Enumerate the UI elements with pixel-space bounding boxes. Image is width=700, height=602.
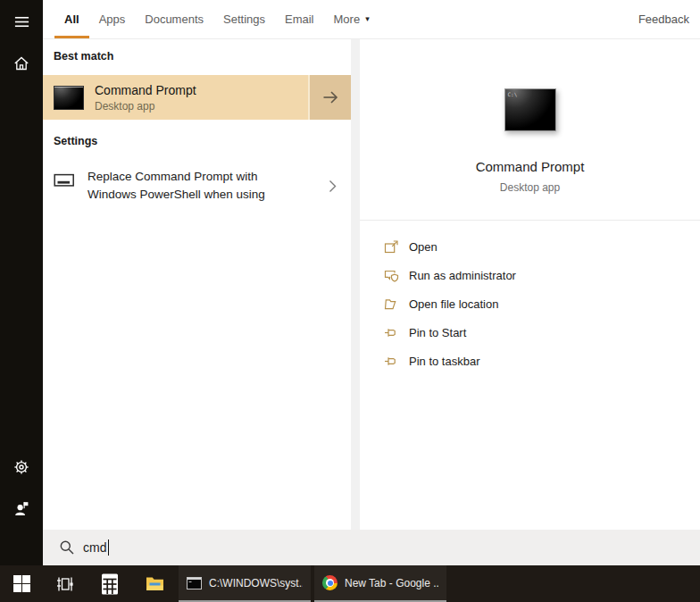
best-match-text: Command Prompt Desktop app (95, 83, 196, 113)
details-panel: C:\ Command Prompt Desktop app Open Run … (360, 39, 700, 530)
best-match-result[interactable]: Command Prompt Desktop app (43, 75, 351, 120)
tab-documents[interactable]: Documents (135, 0, 213, 38)
tab-settings[interactable]: Settings (213, 0, 275, 38)
filter-tabs: All Apps Documents Settings Email More▾ (43, 0, 379, 38)
tab-all[interactable]: All (54, 0, 89, 38)
feedback-label: Feedback (638, 13, 689, 26)
text-cursor (108, 539, 109, 556)
action-run-as-admin-label: Run as administrator (409, 269, 516, 282)
details-divider (360, 220, 700, 221)
calculator-button[interactable] (88, 565, 132, 602)
pin-icon (384, 354, 399, 369)
best-match-title: Command Prompt (95, 83, 196, 97)
cmd-window-icon (187, 577, 202, 589)
task-view-icon (55, 574, 75, 594)
tab-more-label: More (334, 13, 361, 26)
action-pin-to-taskbar[interactable]: Pin to taskbar (360, 347, 700, 375)
best-match-header: Best match (54, 50, 113, 63)
gear-icon (12, 458, 30, 476)
action-open-file-location-label: Open file location (409, 297, 498, 311)
details-title: Command Prompt (360, 159, 700, 174)
open-icon (384, 239, 399, 255)
taskbar-window-chrome-label: New Tab - Google ... (345, 577, 438, 589)
action-open-label: Open (409, 240, 438, 254)
chevron-right-icon (329, 180, 337, 193)
menu-button[interactable] (0, 0, 43, 43)
action-open[interactable]: Open (360, 232, 700, 261)
command-prompt-large-icon: C:\ (504, 88, 556, 131)
tab-documents-label: Documents (145, 13, 204, 26)
file-explorer-button[interactable] (132, 565, 177, 602)
taskbar-window-cmd-label: C:\WINDOWS\syst... (209, 577, 303, 589)
start-button[interactable] (0, 565, 43, 602)
hamburger-icon (13, 13, 30, 30)
tab-email[interactable]: Email (275, 0, 324, 38)
panel-divider (351, 39, 360, 530)
task-view-button[interactable] (43, 565, 88, 602)
action-pin-to-start[interactable]: Pin to Start (360, 318, 700, 347)
windows-logo-icon (13, 575, 30, 592)
details-subtitle: Desktop app (360, 181, 700, 194)
search-query-text: cmd (83, 540, 106, 555)
taskbar-window-cmd[interactable]: C:\WINDOWS\syst... (179, 565, 311, 602)
action-run-as-admin[interactable]: Run as administrator (360, 261, 700, 289)
tab-more[interactable]: More▾ (324, 0, 379, 38)
search-icon (59, 539, 75, 556)
settings-result-item[interactable]: Replace Command Prompt with Windows Powe… (43, 163, 351, 209)
user-flag-icon (12, 500, 30, 518)
settings-button[interactable] (0, 446, 43, 489)
arrow-right-icon (321, 88, 340, 107)
results-panel: Best match Command Prompt Desktop app Se… (43, 39, 351, 530)
filter-tabbar: All Apps Documents Settings Email More▾ … (43, 0, 700, 39)
chrome-core (328, 581, 333, 586)
action-list: Open Run as administrator Open file loca… (360, 232, 700, 375)
tab-apps-label: Apps (99, 13, 126, 26)
pin-icon (384, 325, 399, 340)
action-pin-to-taskbar-label: Pin to taskbar (409, 355, 480, 368)
console-window-icon (54, 172, 75, 188)
account-button[interactable] (0, 488, 43, 531)
settings-result-line2: Windows PowerShell when using (88, 186, 265, 204)
home-icon (12, 54, 30, 72)
folder-icon (146, 576, 164, 591)
sidebar (0, 0, 43, 565)
search-input[interactable]: cmd (43, 530, 700, 565)
chevron-down-icon: ▾ (365, 14, 370, 23)
taskbar: C:\WINDOWS\syst... New Tab - Google ... (0, 565, 700, 602)
action-pin-to-start-label: Pin to Start (409, 326, 466, 339)
calculator-icon (101, 573, 119, 595)
tab-email-label: Email (285, 13, 314, 26)
command-prompt-icon (54, 86, 84, 110)
feedback-button[interactable]: Feedback (638, 0, 700, 38)
expand-result-button[interactable] (308, 75, 351, 120)
run-as-admin-icon (384, 268, 399, 283)
file-location-icon (384, 297, 399, 312)
windows-search-flyout: All Apps Documents Settings Email More▾ … (0, 0, 700, 602)
tab-apps[interactable]: Apps (89, 0, 136, 38)
chrome-icon (322, 575, 338, 590)
tab-all-label: All (64, 13, 79, 26)
settings-section-header: Settings (54, 135, 97, 147)
tab-settings-label: Settings (223, 13, 265, 26)
action-open-file-location[interactable]: Open file location (360, 289, 700, 318)
taskbar-window-chrome[interactable]: New Tab - Google ... (314, 565, 446, 602)
settings-result-label: Replace Command Prompt with Windows Powe… (88, 168, 265, 204)
home-button[interactable] (0, 42, 43, 85)
best-match-subtitle: Desktop app (95, 100, 196, 113)
settings-result-line1: Replace Command Prompt with (88, 168, 265, 186)
prompt-glyph: C:\ (508, 91, 518, 97)
